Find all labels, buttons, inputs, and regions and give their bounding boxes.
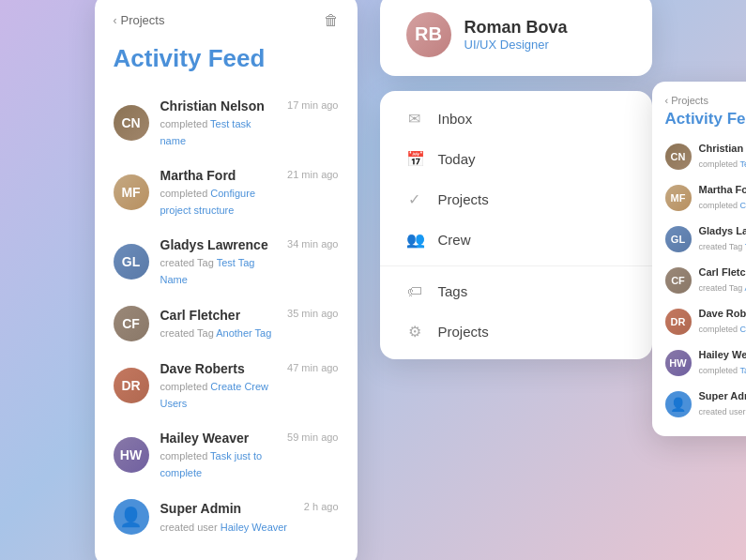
avatar-initials: RB — [415, 23, 442, 45]
avatar: CN — [665, 144, 692, 170]
avatar: 👤 — [665, 391, 692, 417]
feed-action-text: completed Create Crew Users — [699, 319, 747, 336]
avatar: GL — [665, 226, 692, 252]
feed-action-text: completed Task just to complete — [699, 360, 747, 377]
list-item[interactable]: GL Gladys Lawrence created Tag Test Tag … — [652, 219, 747, 260]
feed-action-text: created Tag Test Tag Name — [699, 236, 747, 253]
feed-info: Gladys Lawrence created Tag Test Tag Nam… — [699, 225, 747, 253]
avatar-initials: CN — [121, 115, 140, 130]
back-label: Projects — [121, 13, 165, 27]
feed-info: Super Admin created user Hailey Weaver — [699, 390, 747, 418]
nav-label: Projects — [438, 324, 489, 340]
feed-name: Dave Roberts — [160, 360, 277, 377]
feed-info: Gladys Lawrence created Tag Test Tag Nam… — [160, 236, 277, 287]
feed-info: Christian Nelson completed Test task nam… — [699, 143, 747, 171]
feed-info: Christian Nelson completed Test task nam… — [160, 98, 277, 148]
feed-name: Gladys Lawrence — [699, 225, 747, 236]
avatar: DR — [114, 368, 149, 403]
list-item[interactable]: 👤 Super Admin created user Hailey Weaver — [652, 384, 747, 425]
feed-action-text: completed Configure project structure — [160, 184, 277, 218]
nav-label: Inbox — [438, 111, 473, 127]
feed-name: Gladys Lawrence — [160, 236, 277, 253]
feed-time: 34 min ago — [287, 238, 338, 250]
feed-action-text: created Tag Test Tag Name — [160, 253, 277, 287]
feed-info: Dave Roberts completed Create Crew Users — [699, 308, 747, 336]
nav-icon: 📅 — [406, 150, 423, 168]
feed-time: 2 h ago — [304, 501, 339, 512]
feed-name: Carl Fletcher — [699, 266, 747, 278]
avatar: DR — [665, 309, 692, 335]
feed-name: Christian Nelson — [160, 98, 277, 114]
back-link[interactable]: ‹ Projects — [114, 13, 165, 27]
avatar-initials: DR — [121, 378, 140, 393]
feed-name: Super Admin — [160, 500, 293, 517]
nav-item-today[interactable]: 📅 Today — [380, 139, 652, 179]
avatar: CN — [114, 105, 149, 141]
feed-list: CN Christian Nelson completed Test task … — [95, 88, 358, 545]
profile-card: RB Roman Bova UI/UX Designer — [380, 0, 652, 76]
nav-label: Projects — [438, 191, 489, 207]
avatar-initials: CF — [122, 316, 140, 331]
list-item[interactable]: HW Hailey Weaver completed Task just to … — [95, 420, 358, 490]
panel-header: ‹ Projects 🗑 — [95, 12, 358, 40]
feed-name: Christian Nelson — [699, 143, 747, 154]
feed-name: Carl Fletcher — [160, 307, 277, 324]
avatar: CF — [665, 267, 692, 294]
nav-item-tags[interactable]: 🏷 Tags — [380, 272, 652, 311]
list-item[interactable]: MF Martha Ford completed Configure proje… — [652, 177, 747, 219]
list-item[interactable]: HW Hailey Weaver completed Task just to … — [652, 342, 747, 384]
feed-action-text: completed Configure project struc... — [699, 195, 747, 212]
feed-info: Dave Roberts completed Create Crew Users — [160, 360, 277, 411]
list-item[interactable]: CN Christian Nelson completed Test task … — [95, 88, 358, 158]
feed-name: Hailey Weaver — [160, 430, 277, 446]
nav-item-inbox[interactable]: ✉ Inbox — [380, 98, 652, 139]
feed-info: Carl Fletcher created Tag Another Tag — [699, 266, 747, 295]
list-item[interactable]: DR Dave Roberts completed Create Crew Us… — [95, 351, 358, 420]
list-item[interactable]: MF Martha Ford completed Configure proje… — [95, 158, 358, 227]
feed-name: Martha Ford — [160, 167, 277, 184]
feed-name: Super Admin — [699, 390, 747, 401]
nav-section: ✉ Inbox 📅 Today ✓ Projects 👥 Crew 🏷 Tags… — [380, 91, 652, 359]
trash-icon[interactable]: 🗑 — [324, 12, 339, 29]
list-item[interactable]: 👤 Super Admin created user Hailey Weaver… — [95, 490, 358, 544]
avatar: CF — [114, 306, 149, 341]
list-item[interactable]: CF Carl Fletcher created Tag Another Tag — [652, 260, 747, 301]
list-item[interactable]: GL Gladys Lawrence created Tag Test Tag … — [95, 227, 358, 296]
nav-label: Tags — [438, 283, 468, 299]
feed-action-text: created user Hailey Weaver — [699, 401, 747, 418]
feed-info: Carl Fletcher created Tag Another Tag — [160, 307, 277, 341]
small-chevron-icon: ‹ — [665, 95, 669, 106]
profile-role: UI/UX Designer — [464, 38, 568, 52]
nav-icon: 🏷 — [406, 283, 423, 300]
avatar: MF — [114, 174, 149, 210]
feed-action-text: completed Task just to complete — [160, 446, 277, 480]
small-activity-panel: ‹ Projects Activity Feed CN Christian Ne… — [652, 82, 747, 436]
feed-action-text: created Tag Another Tag — [160, 324, 277, 341]
list-item[interactable]: CN Christian Nelson completed Test task … — [652, 136, 747, 177]
avatar: RB — [406, 12, 451, 57]
feed-action-text: completed Test task name — [699, 154, 747, 171]
list-item[interactable]: CF Carl Fletcher created Tag Another Tag… — [95, 296, 358, 351]
feed-name: Martha Ford — [699, 184, 747, 195]
small-back-link[interactable]: ‹ Projects — [665, 95, 747, 106]
list-item[interactable]: DR Dave Roberts completed Create Crew Us… — [652, 301, 747, 342]
nav-item-projects[interactable]: ✓ Projects — [380, 179, 652, 219]
back-chevron-icon: ‹ — [114, 14, 117, 27]
right-panel: RB Roman Bova UI/UX Designer ✉ Inbox 📅 T… — [380, 0, 652, 359]
nav-item-projects[interactable]: ⚙ Projects — [380, 311, 652, 352]
avatar-initials: GL — [122, 254, 140, 269]
nav-item-crew[interactable]: 👥 Crew — [380, 219, 652, 260]
avatar: HW — [114, 437, 149, 473]
feed-time: 17 min ago — [287, 99, 338, 111]
avatar-initials: HW — [120, 447, 142, 462]
nav-icon: ✉ — [406, 110, 423, 128]
feed-info: Martha Ford completed Configure project … — [699, 184, 747, 212]
feed-action-text: completed Test task name — [160, 114, 277, 148]
feed-name: Hailey Weaver — [699, 349, 747, 360]
avatar: 👤 — [114, 499, 149, 535]
feed-name: Dave Roberts — [699, 308, 747, 319]
feed-time: 59 min ago — [287, 431, 338, 443]
feed-info: Martha Ford completed Configure project … — [160, 167, 277, 218]
nav-icon: 👥 — [406, 231, 423, 249]
nav-icon: ⚙ — [406, 323, 423, 341]
